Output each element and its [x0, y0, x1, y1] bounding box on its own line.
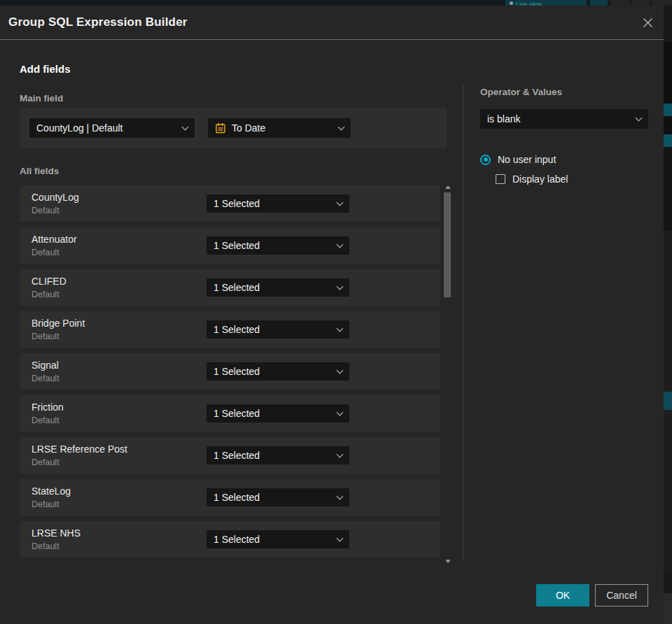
calendar-icon: [215, 122, 226, 134]
panel-divider: [463, 84, 463, 561]
field-selection-value: 1 Selected: [214, 408, 332, 419]
field-row-clifed: CLIFED Default 1 Selected: [20, 269, 440, 306]
all-fields-label: All fields: [20, 166, 59, 176]
toolbar-tile: [570, 0, 587, 6]
field-selection-value: 1 Selected: [214, 240, 332, 251]
field-selection-value: 1 Selected: [214, 450, 332, 461]
field-selection-value: 1 Selected: [214, 366, 332, 377]
live-view-button: Live view: [505, 0, 573, 6]
chevron-down-icon: [337, 241, 344, 248]
main-field-select[interactable]: CountyLog | Default: [29, 118, 195, 138]
field-name: Signal: [31, 360, 59, 371]
all-fields-list: CountyLog Default 1 Selected Attenuator …: [20, 185, 440, 563]
toolbar-tile: [590, 0, 608, 6]
scrollbar-down-arrow-icon[interactable]: [445, 560, 451, 563]
field-row-statelog: StateLog Default 1 Selected: [20, 479, 440, 516]
no-user-input-radio-row[interactable]: No user input: [480, 154, 648, 165]
field-subtitle: Default: [31, 416, 59, 425]
field-selection-dropdown[interactable]: 1 Selected: [206, 404, 349, 423]
field-selection-dropdown[interactable]: 1 Selected: [206, 362, 349, 381]
toolbar-tile: [652, 0, 672, 6]
field-row-bridge-point: Bridge Point Default 1 Selected: [20, 311, 440, 348]
field-subtitle: Default: [31, 541, 59, 551]
main-field-label: Main field: [20, 93, 63, 104]
chevron-down-icon: [636, 114, 643, 121]
field-subtitle: Default: [31, 374, 59, 383]
operator-values-heading: Operator & Values: [480, 87, 648, 97]
chevron-down-icon: [182, 123, 189, 130]
field-name: LRSE NHS: [31, 527, 80, 539]
field-subtitle: Default: [31, 499, 59, 509]
field-subtitle: Default: [31, 206, 59, 215]
dialog-title: Group SQL Expression Builder: [8, 15, 188, 29]
field-selection-dropdown[interactable]: 1 Selected: [206, 194, 349, 213]
chevron-down-icon: [337, 367, 344, 374]
no-user-input-label: No user input: [498, 154, 556, 165]
ok-button[interactable]: OK: [536, 584, 589, 607]
chevron-down-icon: [337, 283, 344, 290]
main-field-container: CountyLog | Default To Date: [20, 108, 447, 148]
main-field-date-value: To Date: [232, 122, 328, 134]
live-view-dot-icon: [510, 1, 513, 5]
dialog-titlebar: Group SQL Expression Builder: [0, 6, 664, 40]
chevron-down-icon: [337, 325, 344, 332]
field-selection-dropdown[interactable]: 1 Selected: [206, 278, 349, 297]
chevron-down-icon: [337, 492, 344, 499]
toolbar-tile: [610, 0, 630, 6]
background-app-strip-right: [664, 6, 672, 624]
field-subtitle: Default: [31, 248, 59, 257]
chevron-down-icon: [337, 409, 344, 416]
field-row-lrse-nhs: LRSE NHS Default 1 Selected: [20, 521, 440, 558]
close-icon: [643, 17, 653, 28]
all-fields-scrollbar[interactable]: [443, 185, 452, 563]
checkbox-unchecked-icon[interactable]: [496, 174, 505, 184]
field-name: LRSE Reference Post: [31, 444, 127, 455]
field-selection-value: 1 Selected: [214, 198, 332, 209]
background-app-strip-top: Live view: [0, 0, 672, 6]
display-label-checkbox-row[interactable]: Display label: [496, 173, 648, 185]
field-selection-dropdown[interactable]: 1 Selected: [206, 320, 349, 339]
background-tile: [664, 116, 672, 134]
display-label-label: Display label: [512, 173, 568, 185]
field-subtitle: Default: [31, 290, 59, 299]
chevron-down-icon: [337, 534, 344, 541]
field-selection-value: 1 Selected: [214, 282, 332, 293]
background-tile: [664, 593, 672, 624]
live-view-label: Live view: [516, 1, 542, 6]
close-button[interactable]: [640, 15, 655, 30]
chevron-down-icon: [337, 451, 344, 458]
field-selection-dropdown[interactable]: 1 Selected: [206, 530, 349, 548]
background-tile: [664, 231, 672, 392]
field-row-friction: Friction Default 1 Selected: [20, 395, 440, 432]
scrollbar-thumb[interactable]: [444, 192, 451, 297]
radio-selected-icon[interactable]: [480, 155, 491, 165]
main-field-select-value: CountyLog | Default: [36, 122, 177, 134]
field-name: Attenuator: [31, 234, 77, 245]
cancel-button[interactable]: Cancel: [595, 584, 648, 607]
field-selection-value: 1 Selected: [214, 534, 332, 545]
field-row-lrse-reference-post: LRSE Reference Post Default 1 Selected: [20, 437, 440, 474]
chevron-down-icon: [337, 199, 344, 206]
main-field-date-select[interactable]: To Date: [208, 118, 351, 138]
scrollbar-up-arrow-icon[interactable]: [445, 185, 451, 189]
field-name: Friction: [31, 402, 64, 413]
field-name: Bridge Point: [31, 318, 85, 329]
field-row-signal: Signal Default 1 Selected: [20, 353, 440, 390]
operator-select-value: is blank: [487, 113, 631, 125]
chevron-down-icon: [338, 123, 345, 130]
field-selection-dropdown[interactable]: 1 Selected: [206, 488, 349, 506]
operator-values-panel: Operator & Values is blank No user input…: [480, 87, 648, 185]
operator-select[interactable]: is blank: [480, 109, 648, 129]
field-subtitle: Default: [31, 332, 59, 341]
field-selection-dropdown[interactable]: 1 Selected: [206, 446, 349, 465]
background-tile: [664, 392, 672, 410]
field-name: CLIFED: [31, 276, 66, 287]
field-subtitle: Default: [31, 458, 59, 467]
background-tile: [664, 147, 672, 231]
field-selection-value: 1 Selected: [214, 324, 332, 335]
field-name: StateLog: [31, 485, 71, 497]
field-selection-dropdown[interactable]: 1 Selected: [206, 236, 349, 255]
toolbar-tile: [631, 0, 650, 6]
field-row-attenuator: Attenuator Default 1 Selected: [20, 227, 440, 264]
background-tile: [664, 104, 672, 116]
